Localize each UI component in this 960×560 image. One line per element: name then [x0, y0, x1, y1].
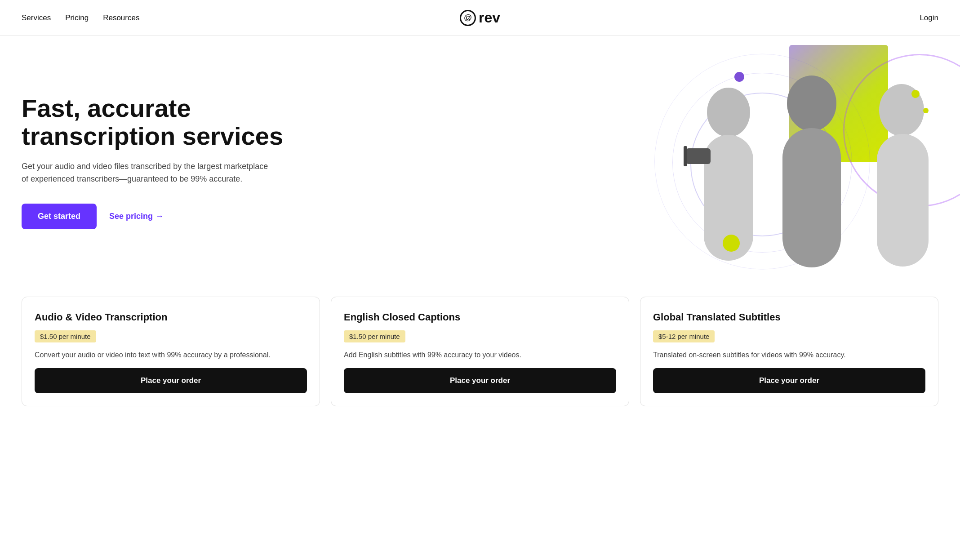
cards-section: Audio & Video Transcription $1.50 per mi…: [0, 279, 960, 433]
svg-rect-5: [877, 134, 929, 267]
hero-section: Fast, accurate transcription services Ge…: [0, 36, 960, 279]
svg-rect-6: [686, 148, 711, 164]
svg-point-2: [787, 76, 836, 131]
card-2-desc: Add English subtitles with 99% accuracy …: [344, 350, 616, 361]
hero-visual: [480, 36, 960, 279]
card-captions: English Closed Captions $1.50 per minute…: [331, 297, 629, 406]
card-1-price: $1.50 per minute: [35, 330, 96, 342]
card-transcription: Audio & Video Transcription $1.50 per mi…: [22, 297, 320, 406]
svg-rect-7: [684, 146, 687, 166]
navbar: Services Pricing Resources @ rev Login: [0, 0, 960, 36]
hero-subtitle: Get your audio and video files transcrib…: [22, 160, 273, 186]
card-2-order-button[interactable]: Place your order: [344, 368, 616, 393]
nav-services[interactable]: Services: [22, 13, 51, 22]
card-1-desc: Convert your audio or video into text wi…: [35, 350, 307, 361]
nav-left: Services Pricing Resources: [22, 13, 139, 22]
dot-yellow-large: [723, 235, 740, 252]
hero-text: Fast, accurate transcription services Ge…: [22, 94, 300, 229]
svg-point-0: [707, 88, 750, 137]
dot-yellow-sm1: [911, 90, 920, 98]
card-1-title: Audio & Video Transcription: [35, 311, 307, 323]
card-3-title: Global Translated Subtitles: [653, 311, 925, 323]
card-3-order-button[interactable]: Place your order: [653, 368, 925, 393]
svg-rect-3: [782, 128, 841, 267]
hero-actions: Get started See pricing →: [22, 204, 300, 229]
card-1-order-button[interactable]: Place your order: [35, 368, 307, 393]
nav-resources[interactable]: Resources: [103, 13, 139, 22]
card-2-title: English Closed Captions: [344, 311, 616, 323]
nav-pricing[interactable]: Pricing: [65, 13, 89, 22]
dot-yellow-sm2: [923, 108, 929, 113]
card-3-price: $5-12 per minute: [653, 330, 715, 342]
hero-title: Fast, accurate transcription services: [22, 94, 300, 150]
dot-purple: [734, 72, 744, 82]
get-started-button[interactable]: Get started: [22, 204, 97, 229]
site-logo[interactable]: @ rev: [460, 9, 500, 26]
logo-icon: @: [460, 10, 476, 26]
see-pricing-button[interactable]: See pricing →: [109, 212, 164, 221]
card-subtitles: Global Translated Subtitles $5-12 per mi…: [640, 297, 938, 406]
card-2-price: $1.50 per minute: [344, 330, 405, 342]
card-3-desc: Translated on-screen subtitles for video…: [653, 350, 925, 361]
login-link[interactable]: Login: [920, 13, 938, 22]
